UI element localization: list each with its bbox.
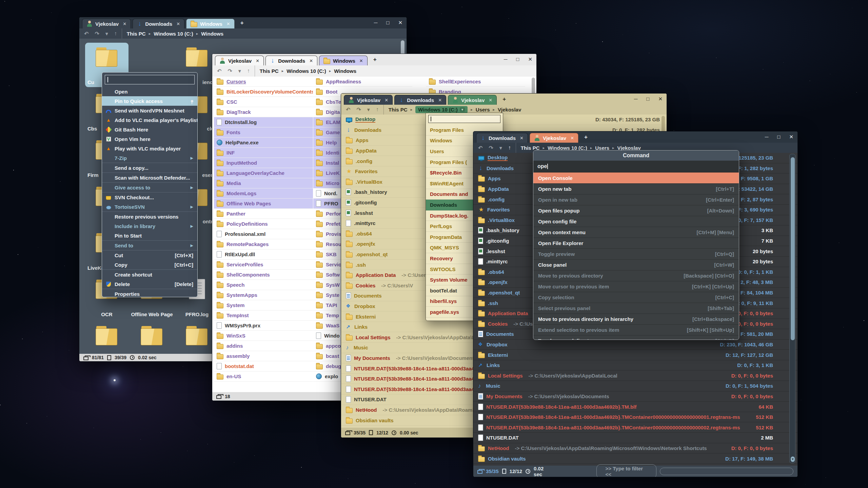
file-row-appreadiness[interactable]: AppReadiness [313, 77, 412, 87]
breadcrumb-vjekoslav[interactable]: Vjekoslav [617, 145, 641, 151]
context-menu-filter-input[interactable] [105, 75, 195, 84]
file-row-modemlogs[interactable]: ModemLogs [214, 188, 313, 199]
menu-item-scan-with-microsoft-defender[interactable]: Scan with Microsoft Defender... [102, 173, 197, 182]
file-row-rtlexupd-dll[interactable]: RtlExUpd.dll [214, 249, 313, 260]
breadcrumb-users[interactable]: Users [595, 145, 609, 151]
command-palette-input[interactable]: ope [533, 161, 739, 172]
file-row-panther[interactable]: Panther [214, 209, 313, 219]
menu-item-send-with-nordvpn-meshnet[interactable]: Send with NordVPN Meshnet [102, 106, 197, 115]
command-move-to-previous-directory[interactable]: Move to previous directory[Backspace] [C… [533, 270, 739, 281]
file-row-csc[interactable]: CSC [214, 97, 313, 107]
up-button[interactable]: ↑ [114, 30, 117, 37]
tab-vjekoslav[interactable]: Vjekoslav✕ [82, 19, 131, 28]
command-open-console[interactable]: Open Console [533, 172, 739, 183]
menu-item-git-bash-here[interactable]: Git Bash Here [102, 125, 197, 134]
command-toggle-preview[interactable]: Toggle preview[Ctrl+Q] [533, 248, 739, 259]
tab-vjekoslav[interactable]: Vjekoslav✕ [530, 133, 578, 143]
drive-dropdown-caret-icon[interactable]: ▾ [460, 107, 465, 112]
menu-item-pin-to-start[interactable]: Pin to Start [102, 231, 197, 240]
file-row-systemapps[interactable]: SystemApps [214, 290, 313, 300]
close-button[interactable]: ✕ [528, 56, 532, 62]
file-row-system[interactable]: System [214, 300, 313, 310]
menu-item-pin-to-quick-access[interactable]: Pin to Quick access [102, 96, 197, 106]
menu-item-restore-previous-versions[interactable]: Restore previous versions [102, 212, 197, 221]
command-select-previous-panel[interactable]: Select previous panel[Shift+Tab] [533, 303, 739, 313]
file-row-assembly[interactable]: assembly [214, 351, 313, 361]
file-row-music[interactable]: MusicD: 0, F: 1, 504 bytes [473, 381, 797, 391]
menu-item-play-with-vlc-media-player[interactable]: Play with VLC media player [102, 144, 197, 153]
file-row-eksterni[interactable]: EksterniD: 12, F: 127, 12 GB [473, 350, 797, 360]
command-close-panel[interactable]: Close panel[Ctrl+W] [533, 259, 739, 270]
forward-button[interactable]: ↷ [228, 68, 232, 74]
command-move-to-previous-directory-in-hierarchy[interactable]: Move to previous directory in hierarchy[… [533, 313, 739, 324]
file-row-ntuser-dat-53b39e88-18c4-11ea-a811-000d3[interactable]: NTUSER.DAT{53b39e88-18c4-11ea-a811-000d3… [473, 402, 797, 412]
history-dropdown-button[interactable]: ▾ [238, 68, 241, 74]
vertical-scrollbar-thumb[interactable] [791, 157, 795, 340]
tab-windows[interactable]: Windows✕ [319, 56, 368, 65]
menu-item-open[interactable]: Open [102, 87, 197, 96]
dropdown-filter-input[interactable] [428, 115, 500, 123]
command-move-cursor-to-previous-item[interactable]: Move cursor to previous item[Ctrl+K] [Ct… [533, 281, 739, 292]
minimize-button[interactable]: ─ [504, 56, 508, 62]
file-row-professional-xml[interactable]: Professional.xml [214, 229, 313, 239]
back-button[interactable]: ↶ [478, 145, 482, 151]
file-row-en-us[interactable]: en-US [214, 371, 313, 382]
tab-close-icon[interactable]: ✕ [256, 58, 259, 63]
forward-button[interactable]: ↷ [356, 106, 361, 113]
history-dropdown-button[interactable]: ▾ [499, 145, 502, 151]
file-row-nethood[interactable]: NetHood-> C:\Users\Vjekoslav\AppData\Roa… [473, 443, 797, 454]
file-row-dropbox[interactable]: DropboxD: 230, F: 1043, 46 GB [473, 340, 797, 350]
command-copy-selection[interactable]: Copy selection[Ctrl+C] [533, 292, 739, 303]
menu-item-properties[interactable]: Properties [102, 289, 197, 297]
up-button[interactable]: ↑ [247, 68, 250, 74]
forward-button[interactable]: ↷ [489, 145, 493, 151]
command-open-new-tab[interactable]: Open new tab[Ctrl+T] [533, 183, 739, 194]
back-button[interactable]: ↶ [346, 106, 350, 113]
up-button[interactable]: ↑ [376, 106, 379, 113]
new-tab-button[interactable]: + [580, 134, 592, 141]
tab-close-icon[interactable]: ✕ [520, 136, 524, 141]
breadcrumb-vjekoslav[interactable]: Vjekoslav [498, 107, 521, 113]
file-row-my-documents[interactable]: My Documents-> C:\Users\Vjekoslav\Docume… [473, 391, 797, 402]
menu-item-give-access-to[interactable]: Give access to▶ [102, 183, 197, 192]
breadcrumb-windows[interactable]: Windows [201, 31, 223, 37]
file-row-remotepackages[interactable]: RemotePackages [214, 239, 313, 249]
tab-vjekoslav[interactable]: Vjekoslav✕ [344, 95, 393, 105]
command-open-config-file[interactable]: Open config file [533, 216, 739, 227]
file-row-local-settings[interactable]: Local Settings-> C:\Users\Vjekoslav\AppD… [473, 370, 797, 381]
menu-item-7-zip[interactable]: 7-Zip▶ [102, 153, 197, 163]
menu-item-tortoisesvn[interactable]: TortoiseSVN▶ [102, 202, 197, 211]
tab-downloads[interactable]: Downloads✕ [133, 19, 184, 28]
new-tab-button[interactable]: + [236, 20, 248, 26]
menu-item-add-to-vlc-media-player-s-playlist[interactable]: Add to VLC media player's Playlist [102, 115, 197, 125]
file-row-obsidian-vaults[interactable]: Obsidian vaultsD: 17, F: 149, 38 MB [473, 453, 797, 464]
file-row-policydefinitions[interactable]: PolicyDefinitions [214, 219, 313, 229]
command-open-file-explorer[interactable]: Open File Explorer [533, 238, 739, 248]
file-row-serviceprofiles[interactable]: ServiceProfiles [214, 260, 313, 270]
tab-close-icon[interactable]: ✕ [123, 21, 126, 26]
minimize-button[interactable]: ─ [374, 20, 378, 26]
file-row-winsxs[interactable]: WinSxS [214, 331, 313, 341]
file-row-shellcomponents[interactable]: ShellComponents [214, 270, 313, 280]
breadcrumb-this-pc[interactable]: This PC [521, 145, 540, 151]
minimize-button[interactable]: ─ [634, 96, 638, 102]
tab-vjekoslav[interactable]: Vjekoslav✕ [215, 56, 264, 65]
history-dropdown-button[interactable]: ▾ [105, 30, 108, 37]
menu-item-send-to[interactable]: Send to▶ [102, 241, 197, 250]
maximize-button[interactable]: □ [386, 20, 389, 26]
tab-close-icon[interactable]: ✕ [176, 21, 180, 26]
tab-windows[interactable]: Windows✕ [186, 19, 235, 28]
menu-item-svn-checkout[interactable]: SVN Checkout... [102, 192, 197, 202]
horizontal-scrollbar[interactable] [660, 468, 793, 475]
breadcrumb-windows[interactable]: Windows [334, 68, 356, 74]
up-button[interactable]: ↑ [508, 145, 511, 151]
forward-button[interactable]: ↷ [95, 30, 99, 37]
file-row-wmsyspr9-prx[interactable]: WMSysPr9.prx [214, 321, 313, 331]
file-row-bitlockerdiscoveryvolumecontents[interactable]: BitLockerDiscoveryVolumeContents [214, 87, 313, 97]
breadcrumb-this-pc[interactable]: This PC [389, 107, 408, 113]
back-button[interactable]: ↶ [217, 68, 221, 74]
breadcrumb-windows-10-c[interactable]: Windows 10 (C:)▾ [415, 106, 468, 113]
menu-item-open-vim-here[interactable]: Open Vim here [102, 134, 197, 144]
file-row-addins[interactable]: addins [214, 341, 313, 351]
tab-downloads[interactable]: Downloads✕ [265, 56, 317, 65]
